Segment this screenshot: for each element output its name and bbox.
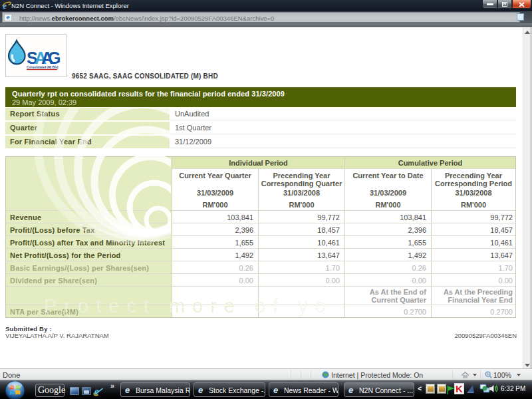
- svg-text:G: G: [48, 49, 61, 67]
- svg-text:e: e: [94, 386, 99, 396]
- svg-text:Consolidated (M) Bhd: Consolidated (M) Bhd: [27, 66, 59, 69]
